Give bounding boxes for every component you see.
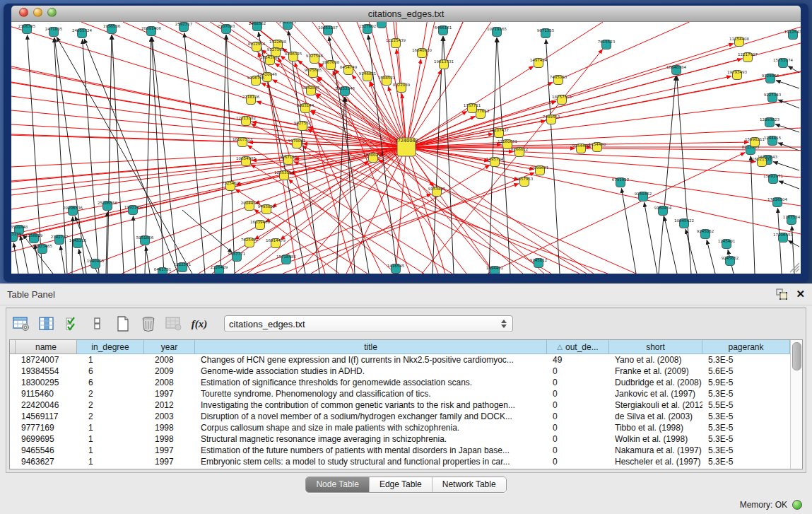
network-edge[interactable]: [406, 147, 495, 274]
table-cell[interactable]: Embryonic stem cells: a model to study s…: [195, 456, 547, 467]
table-cell[interactable]: 0: [547, 411, 609, 422]
table-cell[interactable]: 22420046: [16, 399, 77, 411]
table-cell[interactable]: 1998: [144, 422, 195, 433]
float-panel-icon[interactable]: [776, 288, 787, 300]
network-node[interactable]: 1527602: [359, 24, 377, 34]
network-edge[interactable]: [406, 147, 594, 274]
table-row[interactable]: 1830029562008Estimation of significance …: [10, 377, 790, 388]
network-edge[interactable]: [778, 143, 799, 151]
memory-status-indicator[interactable]: [792, 500, 802, 510]
network-edge[interactable]: [317, 78, 466, 274]
table-settings-icon[interactable]: [12, 315, 30, 333]
table-row[interactable]: 911546021997Tourette syndrome. Phenomeno…: [10, 388, 790, 399]
table-cell[interactable]: 5.3E-5: [702, 445, 790, 456]
table-cell[interactable]: 5.3E-5: [702, 456, 790, 467]
network-edge[interactable]: [11, 175, 284, 238]
network-node[interactable]: 2471835: [45, 27, 63, 37]
network-node[interactable]: 12093823: [760, 117, 779, 127]
network-node[interactable]: 19613731: [434, 59, 454, 69]
network-node[interactable]: 7615523: [598, 40, 616, 49]
table-cell[interactable]: 9699695: [16, 433, 77, 445]
table-cell[interactable]: 6: [77, 377, 144, 388]
table-cell[interactable]: 0: [547, 456, 609, 467]
network-node[interactable]: 17240042: [394, 138, 418, 156]
table-cell[interactable]: Estimation of the future numbers of pati…: [195, 445, 547, 456]
table-cell[interactable]: 5.3E-5: [702, 422, 790, 433]
table-cell[interactable]: 6: [77, 366, 144, 377]
network-node[interactable]: 8454749: [340, 65, 358, 75]
network-node[interactable]: 9857953: [516, 177, 534, 187]
network-node[interactable]: 16640910: [412, 48, 432, 58]
network-edge[interactable]: [406, 59, 421, 147]
table-row[interactable]: 2242004622012Investigating the contribut…: [10, 399, 790, 411]
network-edge[interactable]: [283, 173, 534, 274]
table-cell[interactable]: 9777169: [16, 422, 77, 433]
table-cell[interactable]: 2: [77, 411, 144, 422]
column-header-out_de...[interactable]: △out_de...: [547, 340, 609, 354]
table-row[interactable]: 1872400712008Changes of HCN gene express…: [10, 354, 790, 366]
table-row[interactable]: 977716911998Corpus callosum shape and si…: [10, 422, 790, 433]
network-node[interactable]: 10107437: [489, 128, 509, 138]
network-node[interactable]: 15718485: [276, 255, 296, 264]
tab-edge-table[interactable]: Edge Table: [370, 477, 433, 492]
table-cell[interactable]: 2008: [144, 354, 195, 366]
close-window-button[interactable]: [19, 8, 28, 17]
network-node[interactable]: 16914479: [266, 238, 286, 248]
network-node[interactable]: 17016504: [767, 197, 787, 207]
network-node[interactable]: 2004474: [241, 201, 259, 211]
network-edge[interactable]: [133, 216, 136, 274]
table-cell[interactable]: 5.3E-5: [702, 411, 790, 422]
network-edge[interactable]: [123, 22, 256, 81]
network-edge[interactable]: [406, 76, 731, 147]
network-edge[interactable]: [152, 37, 178, 274]
table-cell[interactable]: Wolkin et al. (1998): [609, 433, 702, 445]
network-node[interactable]: 7489553: [543, 115, 560, 124]
network-node[interactable]: 12353594: [274, 170, 294, 180]
column-header-pagerank[interactable]: pagerank: [702, 340, 790, 354]
network-edge[interactable]: [112, 35, 124, 274]
network-node[interactable]: 11154408: [729, 37, 749, 47]
table-cell[interactable]: 2008: [144, 377, 195, 388]
table-cell[interactable]: 9463627: [16, 456, 77, 467]
table-row[interactable]: 946362711997Embryonic stem cells: a mode…: [10, 456, 790, 467]
network-edge[interactable]: [558, 22, 690, 80]
network-graph[interactable]: 2306385247183524055724195653620891406259…: [11, 22, 801, 274]
table-selector-dropdown[interactable]: citations_edges.txt: [224, 315, 513, 332]
table-cell[interactable]: 5.5E-5: [702, 399, 790, 411]
table-cell[interactable]: Corpus callosum shape and size in male p…: [195, 422, 547, 433]
table-cell[interactable]: 1997: [144, 445, 195, 456]
column-header-in_degree[interactable]: in_degree: [77, 340, 144, 354]
zoom-window-button[interactable]: [47, 8, 57, 17]
network-node[interactable]: 25206556: [98, 201, 117, 211]
table-row[interactable]: 969969511998Structural magnetic resonanc…: [10, 433, 790, 445]
table-cell[interactable]: 2009: [144, 366, 195, 377]
network-node[interactable]: 9675685: [305, 68, 322, 78]
network-node[interactable]: 19793493: [727, 70, 747, 80]
network-node[interactable]: 16543982: [260, 55, 280, 65]
network-node[interactable]: 1497434: [530, 58, 548, 68]
network-node[interactable]: 17106553: [773, 233, 793, 243]
table-scrollbar[interactable]: [790, 340, 802, 469]
network-node[interactable]: 1445115: [69, 238, 87, 248]
table-row[interactable]: 946554611997Estimation of the future num…: [10, 445, 790, 456]
table-cell[interactable]: 5.6E-5: [702, 366, 790, 377]
network-node[interactable]: 12217987: [738, 52, 758, 62]
network-edge[interactable]: [220, 35, 226, 274]
network-node[interactable]: 2592317: [175, 22, 193, 32]
network-node[interactable]: 9493822: [258, 204, 276, 214]
network-edge[interactable]: [562, 27, 801, 100]
network-node[interactable]: 1940405: [87, 259, 105, 269]
table-cell[interactable]: 1: [77, 445, 144, 456]
table-cell[interactable]: 5.3E-5: [702, 433, 790, 445]
table-cell[interactable]: 2003: [144, 411, 195, 422]
network-window-titlebar[interactable]: citations_edges.txt: [11, 6, 801, 22]
network-node[interactable]: 1956536: [103, 24, 121, 34]
network-edge[interactable]: [13, 243, 18, 274]
table-cell[interactable]: 2: [77, 388, 144, 399]
network-node[interactable]: 6466161: [435, 25, 452, 35]
table-cell[interactable]: 49: [547, 354, 609, 366]
table-scrollbar-thumb[interactable]: [792, 342, 801, 370]
network-edge[interactable]: [11, 134, 297, 144]
network-edge[interactable]: [659, 76, 676, 274]
network-node[interactable]: 16648784: [666, 65, 686, 75]
